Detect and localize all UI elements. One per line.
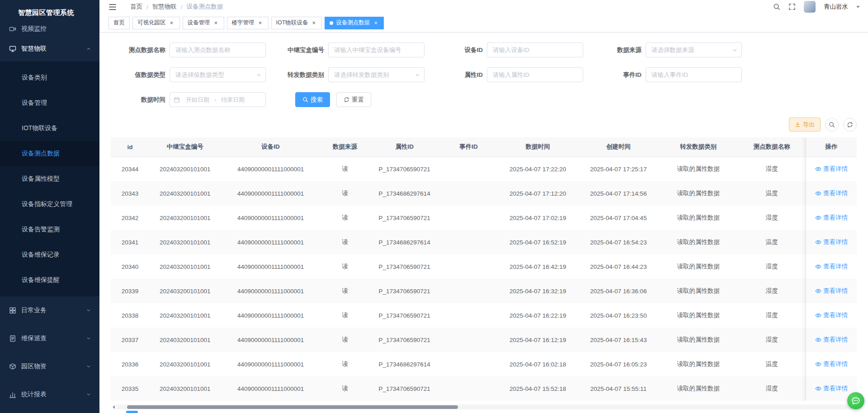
view-detail-link[interactable]: 查看详情	[815, 165, 848, 173]
sidebar-item-grid[interactable]: 日常业务	[0, 296, 99, 324]
sidebar-sub-item[interactable]: 设备测点数据	[0, 141, 99, 166]
cell-data-source: 读	[321, 254, 369, 279]
forward-type-select[interactable]	[328, 67, 425, 82]
refresh-icon	[344, 97, 349, 103]
clipboard-icon	[9, 335, 16, 342]
tab-close-icon[interactable]: ×	[169, 20, 175, 26]
cell-forward-type: 读取的属性数据	[659, 157, 738, 181]
export-button[interactable]: 导出	[789, 117, 821, 131]
cell-forward-type: 读取的属性数据	[659, 352, 738, 376]
sidebar-item-box[interactable]: 园区物资	[0, 352, 99, 380]
scrollbar-track[interactable]	[116, 404, 851, 409]
cell-actions: 查看详情	[806, 181, 857, 206]
pagination-partial[interactable]	[126, 411, 138, 413]
sidebar-item-smart-iot[interactable]: 智慧物联	[0, 36, 99, 61]
view-detail-label: 查看详情	[823, 189, 848, 197]
view-detail-link[interactable]: 查看详情	[815, 287, 848, 295]
cell-id: 20335	[111, 376, 149, 401]
attr-id-input[interactable]	[487, 67, 583, 82]
fullscreen-icon[interactable]	[788, 3, 796, 10]
date-separator: -	[214, 96, 216, 103]
tab-close-icon[interactable]: ×	[257, 20, 264, 26]
table-row: 2034020240320010100144090000001111000001…	[111, 254, 857, 279]
toggle-search-button[interactable]	[825, 118, 839, 131]
view-detail-label: 查看详情	[823, 238, 848, 246]
sidebar-sub-item[interactable]: IOT物联设备	[0, 116, 99, 141]
view-detail-link[interactable]: 查看详情	[815, 214, 848, 222]
tab-item[interactable]: 可视化园区×	[132, 17, 180, 29]
cell-event-id	[439, 230, 497, 254]
view-detail-link[interactable]: 查看详情	[815, 336, 848, 344]
horizontal-scrollbar[interactable]	[111, 404, 857, 409]
breadcrumb-module[interactable]: 智慧物联	[152, 3, 177, 11]
cell-device-id: 44090000001111000001	[221, 157, 320, 181]
table-row: 2033820240320010100144090000001111000001…	[111, 303, 857, 328]
search-icon[interactable]	[773, 3, 780, 10]
sidebar-sub-item[interactable]: 设备类别	[0, 65, 99, 90]
camera-icon	[9, 25, 16, 33]
field-label: 设备ID	[428, 46, 487, 54]
cell-actions: 查看详情	[806, 230, 857, 254]
device-id-input[interactable]	[487, 42, 583, 57]
sidebar-item-clipboard[interactable]: 维保巡查	[0, 324, 99, 352]
eye-icon	[815, 166, 821, 172]
sidebar-sub-item[interactable]: 设备属性模型	[0, 166, 99, 192]
value-type-select[interactable]	[170, 67, 266, 82]
scroll-left-arrow-icon[interactable]	[111, 405, 116, 409]
hamburger-menu-icon[interactable]	[108, 4, 117, 10]
sidebar-item-video-monitor[interactable]: 视频监控	[0, 25, 99, 36]
cell-data-source: 读	[321, 279, 369, 303]
cell-point-name: 湿度	[738, 254, 806, 279]
sidebar-sub-item[interactable]: 设备告警监测	[0, 217, 99, 242]
breadcrumb: 首页 / 智慧物联 / 设备测点数据	[130, 3, 223, 11]
tab-close-icon[interactable]: ×	[213, 20, 219, 26]
sidebar-sub-item[interactable]: 设备维保提醒	[0, 268, 99, 293]
app-title: 智慧园区管理系统	[0, 0, 99, 25]
point-name-input[interactable]	[170, 42, 266, 57]
view-detail-link[interactable]: 查看详情	[815, 263, 848, 271]
avatar[interactable]	[804, 1, 816, 13]
cell-actions: 查看详情	[806, 352, 857, 376]
scrollbar-thumb[interactable]	[127, 405, 458, 409]
view-detail-link[interactable]: 查看详情	[815, 385, 848, 393]
search-form-row-1: 测点数据名称 中继宝盒编号 设备ID 数据来源	[111, 42, 857, 57]
cell-create-time: 2025-04-07 15:55:11	[578, 376, 659, 401]
view-detail-link[interactable]: 查看详情	[815, 189, 848, 197]
view-detail-link[interactable]: 查看详情	[815, 238, 848, 246]
event-id-input[interactable]	[646, 67, 742, 82]
active-tab-dot	[330, 21, 333, 25]
view-detail-label: 查看详情	[823, 263, 848, 271]
username[interactable]: 青山岩水	[824, 3, 848, 11]
date-end-input[interactable]	[217, 96, 249, 103]
sidebar-sub-item[interactable]: 设备指标定义管理	[0, 192, 99, 217]
column-header: 中继宝盒编号	[149, 137, 221, 157]
sidebar-sub-item-label: 设备管理	[22, 99, 47, 107]
reset-button[interactable]: 重置	[336, 92, 371, 107]
sidebar-item-chart[interactable]: 统计报表	[0, 380, 99, 408]
tab-close-icon[interactable]: ×	[373, 20, 379, 26]
tab-close-icon[interactable]: ×	[311, 20, 317, 26]
sidebar-sub-item-label: 设备属性模型	[22, 175, 60, 183]
field-attr-id: 属性ID	[428, 67, 587, 82]
view-detail-link[interactable]: 查看详情	[815, 311, 848, 319]
sidebar-sub-item[interactable]: 设备维保记录	[0, 242, 99, 268]
sidebar-sub-item[interactable]: 设备管理	[0, 90, 99, 116]
table-header-row: id中继宝盒编号设备ID数据来源属性ID事件ID数据时间创建时间转发数据类别测点…	[111, 137, 857, 157]
tab-item[interactable]: 楼宇管理×	[227, 17, 269, 29]
search-button[interactable]: 搜索	[295, 92, 330, 107]
breadcrumb-home[interactable]: 首页	[130, 3, 142, 11]
tab-item[interactable]: 首页	[108, 17, 130, 29]
date-start-input[interactable]	[182, 96, 213, 103]
data-source-select[interactable]	[646, 42, 742, 57]
cell-event-id	[439, 352, 497, 376]
chat-float-button[interactable]	[847, 392, 864, 409]
tab-item[interactable]: IOT物联设备×	[271, 17, 322, 29]
refresh-button[interactable]	[843, 118, 857, 131]
tab-item[interactable]: 设备管理×	[183, 17, 224, 29]
chevron-down-icon	[86, 364, 91, 369]
relay-box-input[interactable]	[328, 42, 425, 57]
caret-down-icon[interactable]	[856, 6, 860, 8]
tab-item[interactable]: 设备测点数据×	[325, 17, 384, 29]
date-range-picker[interactable]: -	[170, 92, 266, 107]
view-detail-link[interactable]: 查看详情	[815, 360, 848, 368]
